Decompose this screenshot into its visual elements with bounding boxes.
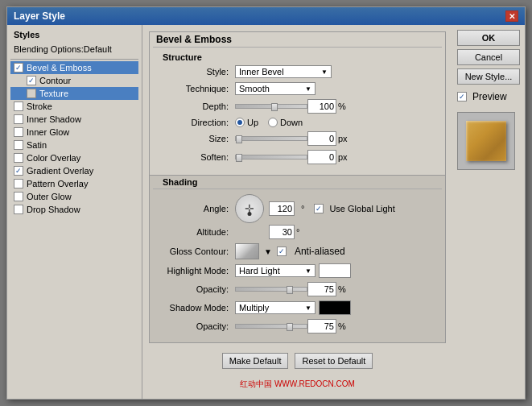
sidebar-item-color-overlay[interactable]: Color Overlay [10,151,138,164]
soften-input[interactable] [307,150,336,164]
depth-thumb[interactable] [271,103,278,111]
checkbox-gradient-overlay[interactable]: ✓ [14,166,23,176]
depth-slider[interactable] [235,104,307,109]
direction-row: Direction: Up Down [163,118,432,127]
gloss-preview[interactable] [235,243,259,259]
shadow-opacity-row: Opacity: % [163,319,432,334]
ok-button[interactable]: OK [457,30,520,46]
panel-header-bevel-emboss: Bevel & Emboss [150,32,445,47]
highlight-opacity-input[interactable] [307,282,336,296]
sidebar-item-satin[interactable]: Satin [10,139,138,151]
soften-thumb[interactable] [236,154,242,162]
sidebar-item-stroke[interactable]: Stroke [10,100,138,113]
shadow-mode-select[interactable]: Multiply ▼ [235,301,315,314]
direction-up-radio[interactable] [235,118,245,127]
sidebar-item-gradient-overlay[interactable]: ✓ Gradient Overlay [10,164,138,177]
global-light-label: Use Global Light [329,204,394,213]
sidebar-label-drop-shadow: Drop Shadow [27,205,80,214]
sidebar-item-inner-shadow[interactable]: Inner Shadow [10,113,138,126]
shading-label: Shading [150,176,445,188]
checkbox-inner-shadow[interactable] [14,114,23,124]
checkbox-texture[interactable] [27,89,36,98]
sidebar-label-stroke: Stroke [27,102,52,111]
style-select[interactable]: Inner Bevel ▼ [235,65,332,78]
soften-slider[interactable] [235,155,307,160]
direction-down-item[interactable]: Down [268,118,303,127]
checkbox-drop-shadow[interactable] [14,205,23,214]
cancel-button[interactable]: Cancel [457,49,520,65]
sidebar-item-drop-shadow[interactable]: Drop Shadow [10,203,138,216]
shadow-mode-row: Shadow Mode: Multiply ▼ [163,300,432,315]
checkbox-preview[interactable]: ✓ [457,92,467,102]
highlight-opacity-thumb[interactable] [287,286,293,294]
soften-label: Soften: [163,152,235,162]
highlight-mode-select[interactable]: Hard Light ▼ [235,264,315,277]
gloss-contour-label: Gloss Contour: [163,246,235,256]
sidebar-label-contour: Contour [39,76,71,85]
highlight-color-swatch[interactable] [319,263,351,278]
checkbox-contour[interactable]: ✓ [27,76,36,85]
checkbox-color-overlay[interactable] [14,153,23,163]
size-unit: px [338,134,348,143]
sidebar-label-color-overlay: Color Overlay [27,153,80,163]
angle-input[interactable] [269,201,295,216]
sidebar-item-outer-glow[interactable]: Outer Glow [10,190,138,203]
preview-box [457,112,515,170]
highlight-opacity-slider[interactable] [235,287,307,292]
sidebar-item-contour[interactable]: ✓ Contour [10,74,138,87]
sidebar-label-outer-glow: Outer Glow [27,192,72,201]
size-label: Size: [163,134,235,143]
reset-default-button[interactable]: Reset to Default [295,353,373,369]
shadow-mode-arrow: ▼ [305,304,311,312]
shadow-mode-controls: Multiply ▼ [235,300,351,315]
angle-dial[interactable]: ✛ [235,194,264,223]
checkbox-stroke[interactable] [14,102,23,111]
depth-input[interactable] [307,99,336,114]
checkbox-pattern-overlay[interactable] [14,179,23,188]
shadow-opacity-input[interactable] [307,319,336,334]
sidebar-item-inner-glow[interactable]: Inner Glow [10,126,138,139]
structure-label: Structure [163,52,432,62]
global-light-check[interactable]: ✓ Use Global Light [314,204,394,213]
size-input[interactable] [307,131,336,146]
altitude-input[interactable] [269,225,295,239]
highlight-opacity-label: Opacity: [163,284,235,294]
angle-row: Angle: ✛ ° ✓ Use Global Ligh [163,194,432,223]
preview-label: Preview [472,91,507,102]
checkbox-satin[interactable] [14,140,23,150]
style-arrow: ▼ [321,68,328,76]
direction-down-radio[interactable] [268,118,278,127]
gloss-arrow-icon[interactable]: ▼ [264,247,272,256]
style-value: Inner Bevel [239,67,284,77]
shadow-opacity-thumb[interactable] [287,323,293,331]
technique-select[interactable]: Smooth ▼ [235,82,315,95]
size-slider[interactable] [235,136,307,141]
checkbox-outer-glow[interactable] [14,192,23,201]
shadow-color-swatch[interactable] [319,300,351,315]
shadow-opacity-unit: % [338,321,346,331]
sidebar-label-texture: Texture [39,89,68,98]
sidebar-item-texture[interactable]: Texture [10,87,138,100]
gloss-contour-controls: ▼ ✓ Anti-aliased [235,243,345,259]
checkbox-inner-glow[interactable] [14,127,23,137]
checkbox-anti-aliased[interactable]: ✓ [277,246,287,256]
preview-row: ✓ Preview [457,91,520,102]
make-default-button[interactable]: Make Default [222,353,289,369]
new-style-button[interactable]: New Style... [457,68,520,85]
shading-content: Angle: ✛ ° ✓ Use Global Ligh [150,189,445,342]
angle-label: Angle: [163,204,235,213]
highlight-mode-label: Highlight Mode: [163,266,235,276]
highlight-opacity-row: Opacity: % [163,282,432,296]
blending-options-label[interactable]: Blending Options:Default [10,43,138,56]
depth-label: Depth: [163,102,235,111]
highlight-mode-value: Hard Light [239,266,280,276]
sidebar-item-pattern-overlay[interactable]: Pattern Overlay [10,177,138,190]
shadow-opacity-slider[interactable] [235,324,307,329]
sidebar-item-bevel-emboss[interactable]: ✓ Bevel & Emboss [10,61,138,74]
close-button[interactable]: ✕ [505,10,518,22]
checkbox-global-light[interactable]: ✓ [314,204,324,213]
shadow-mode-value: Multiply [239,303,269,313]
size-thumb[interactable] [236,135,242,143]
direction-up-item[interactable]: Up [235,118,258,127]
checkbox-bevel-emboss[interactable]: ✓ [14,63,23,72]
